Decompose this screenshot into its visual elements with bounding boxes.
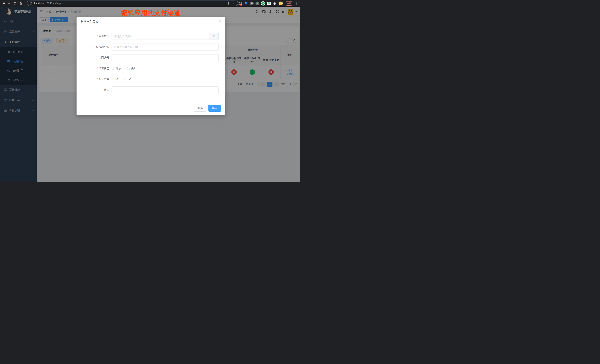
api-v3-label: v3 [129, 78, 131, 81]
status-off-label: 关闭 [131, 67, 136, 70]
api-v3-radio[interactable]: v3 [124, 78, 131, 81]
remark-input[interactable] [112, 86, 219, 93]
home-icon[interactable] [18, 1, 23, 6]
required-asterisk: * [92, 45, 93, 48]
annotation-text: 编辑应用的支付渠道 [121, 8, 181, 17]
extensions-puzzle-icon[interactable] [273, 1, 277, 6]
url-host: localhost [34, 2, 45, 5]
tab-manager-extension-icon[interactable]: 10 [238, 1, 242, 6]
radio-circle-icon [124, 78, 127, 80]
rate-label: *渠道费率 [76, 35, 112, 38]
command-extension-icon[interactable]: ⌘ [250, 1, 254, 5]
share-icon[interactable] [227, 2, 230, 5]
confirm-button[interactable]: 确定 [208, 105, 221, 112]
form-row-api: *API 版本 v2 v3 [76, 76, 225, 82]
url-path: :1024/pay/app [45, 2, 61, 5]
browser-chrome: localhost:1024/pay/app ☆ 10 ⌘ y [0, 0, 300, 7]
form-row-appid: *公众号APPID [76, 44, 225, 50]
dialog-footer: 取消 确定 [194, 105, 221, 112]
dialog-title: 创建支付渠道 [80, 20, 99, 24]
browser-menu-icon[interactable]: ⋮ [295, 2, 299, 5]
status-on-label: 开启 [116, 67, 121, 70]
dialog-form: *渠道费率 % *公众号APPID *商户号 [76, 33, 225, 97]
chat-extension-icon[interactable] [267, 1, 271, 6]
appid-input[interactable] [112, 44, 219, 50]
rate-suffix: % [209, 33, 219, 40]
mch-input[interactable] [112, 54, 219, 61]
required-asterisk: * [97, 67, 98, 70]
forward-icon[interactable] [7, 1, 11, 6]
extension-area: 10 ⌘ y 更新 ⋮ [238, 0, 298, 7]
status-on-radio[interactable]: 开启 [112, 67, 121, 70]
api-v2-label: v2 [116, 78, 119, 81]
y-extension-icon[interactable]: y [261, 1, 265, 6]
create-channel-dialog: 创建支付渠道 × *渠道费率 % *公众号APPID *商户号 [76, 17, 225, 115]
appid-label: *公众号APPID [76, 45, 112, 49]
profile-avatar-icon[interactable] [279, 1, 283, 6]
url-bar[interactable]: localhost:1024/pay/app ☆ [27, 0, 238, 6]
required-asterisk: * [100, 56, 101, 59]
recorder-extension-icon[interactable] [255, 1, 259, 5]
remark-label: 备注 [76, 88, 112, 92]
required-asterisk: * [97, 35, 98, 38]
api-label: *API 版本 [76, 77, 112, 81]
rate-input[interactable] [112, 33, 209, 40]
extension-badge: 10 [240, 3, 242, 5]
screen: localhost:1024/pay/app ☆ 10 ⌘ y [0, 0, 300, 182]
mch-label: *商户号 [76, 56, 112, 60]
bookmark-star-icon[interactable]: ☆ [233, 2, 235, 5]
form-row-mch: *商户号 [76, 54, 225, 61]
dialog-close-icon[interactable]: × [218, 19, 222, 23]
form-row-status: *渠道状态 开启 关闭 [76, 65, 225, 72]
api-v2-radio[interactable]: v2 [112, 78, 119, 81]
radio-circle-icon [112, 78, 114, 80]
back-icon[interactable] [1, 1, 6, 6]
radio-circle-icon [127, 67, 130, 70]
status-off-radio[interactable]: 关闭 [127, 67, 137, 70]
balloon-extension-icon[interactable] [244, 1, 248, 6]
status-label: *渠道状态 [76, 67, 112, 70]
required-asterisk: * [97, 77, 98, 81]
cancel-button[interactable]: 取消 [194, 105, 206, 112]
form-row-remark: 备注 [76, 86, 225, 93]
site-info-icon[interactable] [29, 2, 32, 5]
radio-circle-icon [112, 67, 114, 70]
browser-update-button[interactable]: 更新 [285, 1, 293, 6]
reload-icon[interactable] [13, 1, 17, 6]
form-row-rate: *渠道费率 % [76, 33, 225, 40]
